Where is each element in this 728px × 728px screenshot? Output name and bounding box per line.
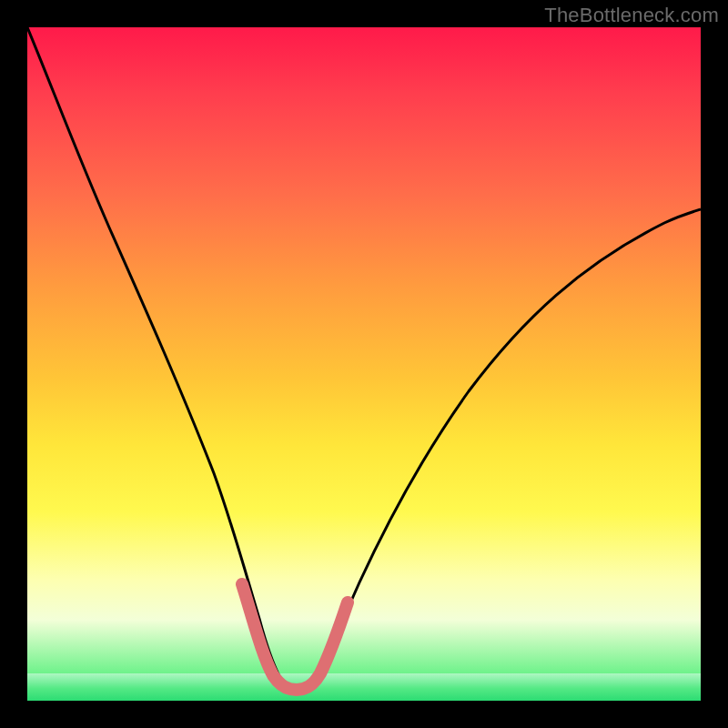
plot-area xyxy=(27,27,701,701)
curve-svg xyxy=(27,27,701,701)
bottleneck-curve-path xyxy=(27,27,701,687)
watermark-text: TheBottleneck.com xyxy=(544,4,719,27)
chart-frame: TheBottleneck.com xyxy=(0,0,728,728)
